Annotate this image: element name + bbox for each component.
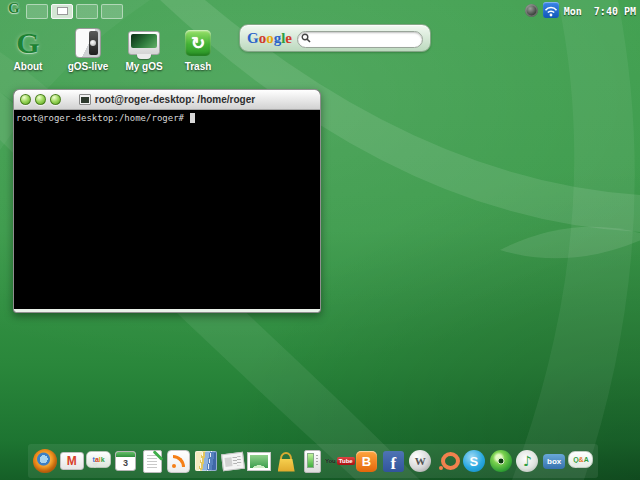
- desktop-icon-about[interactable]: G About: [0, 26, 56, 72]
- dock-google-news[interactable]: [221, 449, 245, 473]
- newspaper-icon: [221, 451, 245, 471]
- terminal-titlebar[interactable]: root@roger-desktop: /home/roger: [14, 90, 320, 110]
- dock-wikipedia[interactable]: W: [408, 449, 432, 473]
- wikipedia-w: W: [415, 455, 426, 467]
- calendar-day: 3: [123, 458, 128, 468]
- dock-blogger[interactable]: B: [355, 449, 379, 473]
- terminal-prompt: root@roger-desktop:/home/roger#: [16, 113, 189, 123]
- qa-letter: A: [584, 456, 589, 463]
- dock-box-net[interactable]: box: [542, 449, 566, 473]
- terminal-app-icon: [79, 94, 91, 105]
- box-icon: box: [543, 454, 565, 469]
- blogger-b: B: [362, 454, 371, 469]
- dock-gos-apps[interactable]: [301, 449, 325, 473]
- dock-picasa[interactable]: [247, 449, 271, 473]
- dock-google-calendar[interactable]: 3: [113, 449, 137, 473]
- terminal-content[interactable]: root@roger-desktop:/home/roger#: [14, 110, 320, 309]
- dock-google-talk[interactable]: talk: [87, 449, 111, 473]
- recycle-glyph: ↻: [191, 33, 205, 53]
- desktop: G Mon 7:40 PM G About gOS-live My gOS: [0, 0, 640, 480]
- gmail-m: M: [67, 455, 77, 467]
- docs-icon: [143, 450, 162, 473]
- map-icon: [195, 451, 217, 471]
- youtube-you: You: [325, 458, 336, 464]
- trash-icon: ↻: [185, 30, 211, 56]
- wikipedia-globe-icon: W: [409, 450, 431, 472]
- desktop-icon-trash[interactable]: ↻ Trash: [170, 26, 226, 72]
- workspace-1[interactable]: [26, 4, 48, 19]
- qa-bubble-icon: Q&A: [568, 451, 593, 468]
- orkut-o-icon: [437, 451, 457, 471]
- clock[interactable]: Mon 7:40 PM: [564, 3, 636, 17]
- dock-orkut[interactable]: [435, 449, 459, 473]
- logo-letter: e: [285, 30, 292, 46]
- dock-gmail[interactable]: M: [60, 449, 84, 473]
- window-close-button[interactable]: [20, 94, 31, 105]
- facebook-icon: f: [383, 451, 404, 472]
- blogger-icon: B: [356, 451, 377, 472]
- terminal-cursor: [190, 113, 195, 123]
- dock-skype[interactable]: S: [462, 449, 486, 473]
- system-tray: Mon 7:40 PM: [525, 2, 636, 18]
- talk-bubble-icon: talk: [86, 451, 111, 468]
- volume-icon[interactable]: [525, 4, 538, 17]
- workspace-4[interactable]: [101, 4, 123, 19]
- dock-qa[interactable]: Q&A: [569, 449, 593, 473]
- dock: M talk 3 You Tube B f W S: [28, 444, 598, 478]
- desktop-icon-label: About: [0, 61, 56, 72]
- facebook-f: f: [391, 454, 397, 472]
- terminal-window: root@roger-desktop: /home/roger root@rog…: [13, 89, 321, 313]
- youtube-tube: Tube: [337, 457, 355, 465]
- cd-music-icon: ♪: [516, 450, 538, 472]
- rss-icon: [167, 450, 190, 473]
- calendar-icon: 3: [115, 451, 136, 471]
- gos-menu-logo-icon[interactable]: G: [8, 0, 20, 17]
- gmail-icon: M: [60, 452, 84, 470]
- skype-s: S: [469, 454, 478, 469]
- window-minimize-button[interactable]: [35, 94, 46, 105]
- logo-letter: G: [247, 30, 259, 46]
- window-title: root@roger-desktop: /home/roger: [95, 94, 255, 105]
- search-input-wrap: [297, 30, 423, 47]
- live-disc-icon: [75, 28, 101, 58]
- desktop-icon-gos-live[interactable]: gOS-live: [60, 26, 116, 72]
- workspace-pager: [26, 4, 123, 19]
- dock-facebook[interactable]: f: [381, 449, 405, 473]
- vending-machine-icon: [304, 450, 321, 473]
- workspace-3[interactable]: [76, 4, 98, 19]
- talk-letter: k: [101, 456, 105, 463]
- google-search-widget: Google: [239, 24, 431, 52]
- box-label: box: [547, 457, 561, 466]
- dock-google-docs[interactable]: [140, 449, 164, 473]
- monitor-icon: [128, 31, 160, 55]
- google-logo[interactable]: Google: [247, 31, 292, 46]
- photo-icon: [247, 452, 271, 471]
- workspace-window-thumb: [57, 7, 68, 15]
- dock-google-reader[interactable]: [167, 449, 191, 473]
- dock-youtube[interactable]: You Tube: [328, 449, 352, 473]
- window-maximize-button[interactable]: [50, 94, 61, 105]
- green-disc-icon: [490, 450, 512, 472]
- window-bottom-edge[interactable]: [14, 309, 320, 312]
- desktop-icon-my-gos[interactable]: My gOS: [116, 26, 172, 72]
- logo-letter: o: [266, 30, 274, 46]
- dock-rhythmbox[interactable]: [489, 449, 513, 473]
- dock-google-maps[interactable]: [194, 449, 218, 473]
- search-input[interactable]: [297, 31, 423, 48]
- dock-music-player[interactable]: ♪: [515, 449, 539, 473]
- workspace-2-active[interactable]: [51, 4, 73, 19]
- desktop-icon-label: Trash: [170, 61, 226, 72]
- desktop-icon-label: gOS-live: [60, 61, 116, 72]
- desktop-icon-label: My gOS: [116, 61, 172, 72]
- wifi-icon[interactable]: [543, 2, 559, 18]
- skype-icon: S: [463, 450, 485, 472]
- shopping-bag-icon: [277, 451, 296, 472]
- dock-firefox[interactable]: [33, 449, 57, 473]
- dock-product-search[interactable]: [274, 449, 298, 473]
- gos-g-logo-icon: G: [16, 28, 39, 58]
- wifi-arcs: [544, 4, 558, 18]
- music-note-glyph: ♪: [523, 453, 532, 469]
